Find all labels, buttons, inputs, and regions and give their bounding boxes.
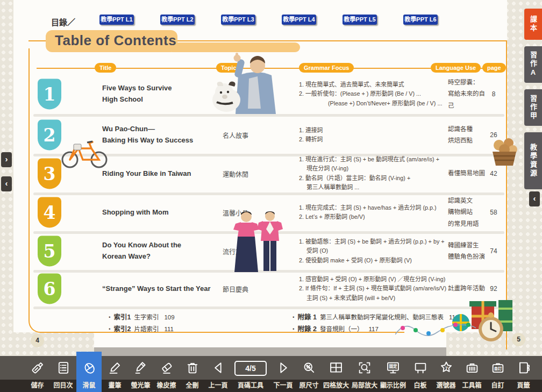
appendix-entry-2: ・附錄 2發音規則（一）117	[290, 323, 379, 333]
title-highlight-tail	[172, 42, 300, 52]
string-lights-decoration	[395, 316, 476, 342]
bike-illustration	[59, 134, 110, 169]
tool-page-tabs[interactable]: 頁籤	[511, 356, 536, 392]
lesson4-page-number: 58	[484, 209, 503, 216]
book-page-number-left: 4	[31, 334, 44, 347]
lesson2-topic: 名人故事	[214, 131, 257, 140]
lesson4-title: Shopping with Mom	[102, 207, 218, 218]
lesson6-number: 6	[38, 274, 61, 304]
lesson6-title: “Strange” Ways to Start the Year	[102, 283, 218, 295]
page-title: Table of Contents	[55, 32, 176, 49]
tool-delete-all[interactable]: 全刪	[180, 356, 205, 392]
page-indicator-value[interactable]: 4/5	[234, 361, 267, 376]
lesson5-number: 5	[38, 236, 61, 267]
tool-toolbox[interactable]: 工具箱	[459, 356, 484, 392]
right-panel-toggle-button[interactable]: ‹	[529, 191, 540, 206]
lesson2-title: Wu Pao-Chun— Baking His Way to Success	[102, 124, 218, 146]
tool-custom[interactable]: 自訂 自訂	[485, 356, 510, 392]
tool-back-to-toc[interactable]: 回目次	[51, 356, 76, 392]
student-with-dog-photo	[206, 53, 292, 114]
lesson5-page-number: 74	[484, 247, 503, 255]
tool-number-picker[interactable]: 7 選號器	[433, 356, 459, 392]
bread-basket-photo	[489, 136, 519, 168]
lesson6-topic: 節日慶典	[214, 284, 257, 294]
tab-teaching-resources[interactable]: 教學資源	[524, 132, 542, 189]
lesson2-grammar: 1. 連接詞 2. 轉折詞	[299, 126, 456, 145]
lesson1-number: 1	[38, 79, 61, 110]
ppt-button-l5[interactable]: 教學PPT L5	[343, 15, 377, 25]
column-header-page: page	[482, 63, 506, 73]
lesson3-number: 3	[38, 159, 61, 189]
tab-workbook-a[interactable]: 習作A	[524, 46, 542, 83]
tool-previous-page[interactable]: 上一頁	[205, 356, 231, 392]
book-page-bottom	[94, 332, 446, 347]
tool-eraser[interactable]: 橡皮擦	[154, 356, 179, 392]
page-stack-shadow	[94, 347, 446, 356]
toolbar: 儲存 回目次 滑鼠 畫筆 螢光筆 橡皮擦 全刪 上一頁 4/5 頁碼工具 下一	[0, 356, 542, 392]
ppt-button-l3[interactable]: 教學PPT L3	[221, 15, 255, 25]
hanbok-couple-photo	[230, 210, 287, 274]
tool-page-indicator[interactable]: 4/5 頁碼工具	[231, 356, 270, 392]
lesson4-number: 4	[38, 197, 61, 228]
left-panel-expand-button[interactable]: ›	[1, 152, 12, 167]
tool-region-zoom[interactable]: 局部放大	[351, 356, 379, 392]
tool-whiteboard[interactable]: 白板	[408, 356, 433, 392]
breadcrumb: 目錄／	[51, 16, 75, 27]
svg-text:自訂: 自訂	[494, 366, 502, 371]
column-header-language-use: Language Use	[431, 63, 481, 73]
tool-next-page[interactable]: 下一頁	[270, 356, 296, 392]
tool-original-size[interactable]: 原尺寸	[296, 356, 322, 392]
lesson3-page-number: 42	[484, 170, 503, 177]
ppt-button-l4[interactable]: 教學PPT L4	[282, 15, 316, 25]
ppt-button-l2[interactable]: 教學PPT L2	[160, 15, 195, 25]
tab-workbook-jia[interactable]: 習作甲	[524, 89, 542, 126]
tool-pen[interactable]: 畫筆	[102, 356, 127, 392]
lesson6-grammar: 1. 感官動詞 + 受詞 (O) + 原形動詞 (V) ／現在分詞 (V-ing…	[299, 275, 456, 303]
column-header-title: Title	[95, 63, 116, 73]
index-entry-2: ・索引2片語索引111	[106, 323, 174, 333]
lesson4-grammar: 1. 現在完成式：主詞 (S) + have/has + 過去分詞 (p.p.)…	[299, 203, 456, 222]
lesson1-title: Five Ways to Survive High School	[102, 83, 218, 105]
row-separator	[33, 307, 504, 309]
ebook-app-window: 目錄／ 教學PPT L1 教學PPT L2 教學PPT L3 教學PPT L4 …	[0, 0, 542, 392]
ppt-button-l6[interactable]: 教學PPT L6	[403, 15, 438, 25]
lesson3-grammar: 1. 現在進行式：主詞 (S) + be 動詞現在式 (am/are/is) +…	[299, 155, 456, 193]
lesson2-number: 2	[38, 120, 61, 151]
column-header-grammar-focus: Grammar Focus	[299, 63, 354, 73]
tool-quad-zoom[interactable]: 四格放大	[322, 356, 350, 392]
svg-text:固定: 固定	[389, 364, 397, 369]
index-entry-1: ・索引1生字索引109	[106, 311, 175, 322]
tool-display-ratio[interactable]: 固定 顯示比例	[379, 356, 407, 392]
tool-save[interactable]: 儲存	[25, 356, 50, 392]
ppt-button-l1[interactable]: 教學PPT L1	[99, 15, 134, 25]
lesson3-topic: 運動休閒	[214, 169, 257, 179]
tab-textbook[interactable]: 課本	[524, 9, 542, 40]
tool-mouse[interactable]: 滑鼠	[76, 356, 102, 392]
svg-text:7: 7	[445, 366, 447, 371]
left-panel-collapse-button[interactable]: ‹	[1, 176, 12, 191]
lesson5-grammar: 1. 被動語態：主詞 (S) + be 動詞 + 過去分詞 (p.p.) + b…	[299, 237, 456, 265]
lesson3-title: Riding Your Bike in Taiwan	[102, 168, 218, 180]
lesson1-grammar: 1. 現在簡單式、過去簡單式、未來簡單式 2. 一般祈使句：(Please + …	[299, 80, 456, 108]
lesson5-title: Do You Know About the Korean Wave?	[102, 240, 218, 262]
lesson1-page-number: 8	[484, 90, 503, 98]
lesson6-page-number: 92	[484, 285, 503, 293]
tool-highlighter[interactable]: 螢光筆	[128, 356, 153, 392]
